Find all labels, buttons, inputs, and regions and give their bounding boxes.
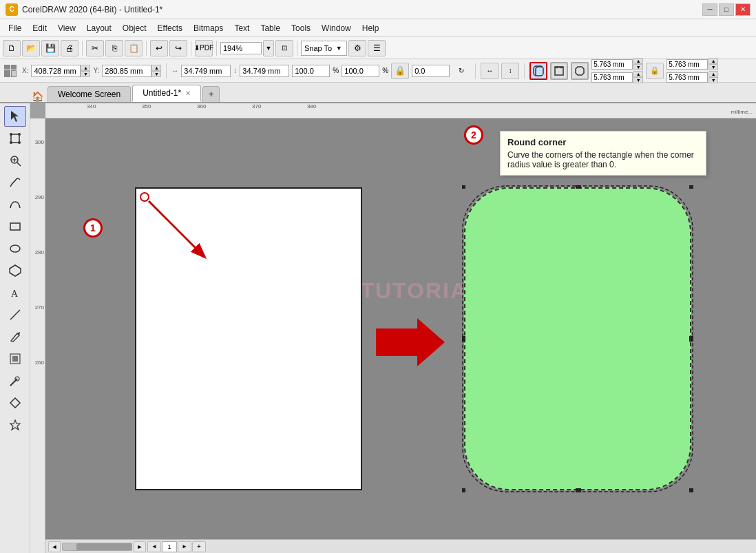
cr2-bot-down[interactable]: ▼	[708, 77, 718, 83]
x-down[interactable]: ▼	[81, 71, 90, 77]
scroll-controls: ◄ ► ◄ 1 ► +	[45, 541, 209, 552]
cr-bot-up[interactable]: ▲	[633, 71, 643, 77]
svg-rect-17	[12, 356, 18, 362]
corner-radius-right-top[interactable]	[666, 59, 708, 70]
undo-button[interactable]: ↩	[150, 40, 168, 56]
new-tab-button[interactable]: +	[202, 86, 220, 102]
shape-tool[interactable]	[4, 128, 26, 149]
x-input-group: ▲ ▼	[31, 65, 90, 77]
print-button[interactable]: 🖨	[61, 40, 78, 56]
ruler-tick: 260	[35, 359, 44, 366]
tab-welcome[interactable]: Welcome Screen	[48, 86, 131, 102]
smart-fill-tool[interactable]	[4, 348, 26, 369]
cr2-top-down[interactable]: ▼	[708, 64, 718, 70]
line-tool[interactable]	[4, 304, 26, 325]
curve-tool[interactable]	[4, 194, 26, 215]
horizontal-scrollbar[interactable]: ◄ ► ◄ 1 ► +	[45, 539, 756, 553]
scroll-left[interactable]: ◄	[48, 541, 61, 552]
svg-marker-13	[10, 265, 21, 276]
cut-button[interactable]: ✂	[86, 40, 104, 56]
save-button[interactable]: 💾	[41, 40, 59, 56]
polygon-tool[interactable]	[4, 260, 26, 281]
home-tab-icon: 🏠	[32, 91, 43, 102]
svg-rect-11	[10, 223, 20, 230]
height-pct[interactable]	[342, 65, 379, 77]
settings-button[interactable]: ⚙	[348, 40, 366, 56]
minimize-button[interactable]: ─	[702, 3, 717, 16]
svg-point-5	[10, 141, 12, 144]
angle-input[interactable]	[412, 65, 450, 77]
pen-tool[interactable]	[4, 326, 26, 347]
eyedropper-tool[interactable]	[4, 371, 26, 391]
menu-view[interactable]: View	[52, 21, 81, 36]
menu-bitmaps[interactable]: Bitmaps	[188, 21, 229, 36]
snap-dropdown[interactable]: ▼	[334, 42, 344, 54]
ellipse-tool[interactable]	[4, 238, 26, 259]
y-up[interactable]: ▲	[151, 65, 161, 71]
cr2-top-up[interactable]: ▲	[708, 58, 718, 64]
paste-button[interactable]: 📋	[125, 40, 143, 56]
menu-text[interactable]: Text	[229, 21, 255, 36]
transform-tool[interactable]	[4, 393, 26, 413]
text-tool[interactable]: A	[4, 282, 26, 303]
chamfer-corner-button[interactable]	[571, 62, 589, 80]
width-pct[interactable]	[292, 65, 330, 77]
position-grid-icon	[4, 65, 17, 77]
add-page[interactable]: +	[192, 541, 206, 552]
misc-tool[interactable]	[4, 415, 26, 435]
cr2-bot-up[interactable]: ▲	[708, 71, 718, 77]
import-button[interactable]: ⬇PDF	[195, 40, 213, 56]
scallop-corner-button[interactable]	[550, 62, 568, 80]
zoom-to-fit[interactable]: ⊡	[275, 40, 293, 56]
round-corner-button[interactable]	[529, 62, 547, 80]
height-input[interactable]	[240, 65, 289, 77]
zoom-tool[interactable]	[4, 150, 26, 171]
maximize-button[interactable]: □	[719, 3, 734, 16]
x-up[interactable]: ▲	[81, 65, 90, 71]
corner-lock-button[interactable]: 🔒	[646, 63, 664, 79]
menu-layout[interactable]: Layout	[81, 21, 117, 36]
copy-button[interactable]: ⎘	[105, 40, 123, 56]
freehand-tool[interactable]	[4, 172, 26, 193]
rect-tool[interactable]	[4, 216, 26, 237]
page-indicator: 1	[162, 541, 177, 552]
menu-edit[interactable]: Edit	[27, 21, 52, 36]
select-tool[interactable]	[4, 106, 26, 127]
redo-button[interactable]: ↪	[169, 40, 187, 56]
mirror-v-button[interactable]: ↕	[501, 63, 519, 79]
y-down[interactable]: ▼	[151, 71, 161, 77]
y-input[interactable]	[102, 65, 151, 77]
x-input[interactable]	[31, 65, 81, 77]
cr-top-up[interactable]: ▲	[633, 58, 643, 64]
menu-object[interactable]: Object	[117, 21, 152, 36]
cr-bot-down[interactable]: ▼	[633, 77, 643, 83]
menu-window[interactable]: Window	[316, 21, 357, 36]
menu-file[interactable]: File	[3, 21, 27, 36]
corner-radius-right-bottom[interactable]	[666, 72, 708, 83]
mirror-h-button[interactable]: ↔	[481, 63, 498, 79]
open-button[interactable]: 📂	[22, 40, 40, 56]
corner-radius-top[interactable]	[591, 59, 633, 70]
menu-tools[interactable]: Tools	[286, 21, 316, 36]
close-button[interactable]: ✕	[735, 3, 750, 16]
width-input[interactable]	[181, 65, 231, 77]
new-button[interactable]: 🗋	[3, 40, 21, 56]
scroll-right[interactable]: ►	[134, 541, 146, 552]
corner-radius-bottom[interactable]	[591, 72, 633, 83]
zoom-input[interactable]: 194%	[220, 42, 262, 54]
scroll-thumb[interactable]	[62, 543, 132, 551]
ruler-tick: 360	[197, 103, 206, 109]
cr2-bot-spin: ▲ ▼	[708, 71, 718, 83]
menu-help[interactable]: Help	[357, 21, 385, 36]
next-page[interactable]: ►	[178, 541, 191, 552]
svg-rect-28	[689, 336, 693, 342]
cr-top-down[interactable]: ▼	[633, 64, 643, 70]
menu-effects[interactable]: Effects	[152, 21, 188, 36]
lock-proportions-button[interactable]: 🔒	[391, 63, 409, 79]
tab-close-button[interactable]: ✕	[185, 90, 191, 97]
menu-table[interactable]: Table	[255, 21, 286, 36]
prev-page[interactable]: ◄	[147, 541, 161, 552]
options-button[interactable]: ☰	[368, 40, 386, 56]
zoom-dropdown[interactable]: ▼	[263, 40, 274, 56]
tab-untitled[interactable]: Untitled-1* ✕	[132, 85, 201, 102]
